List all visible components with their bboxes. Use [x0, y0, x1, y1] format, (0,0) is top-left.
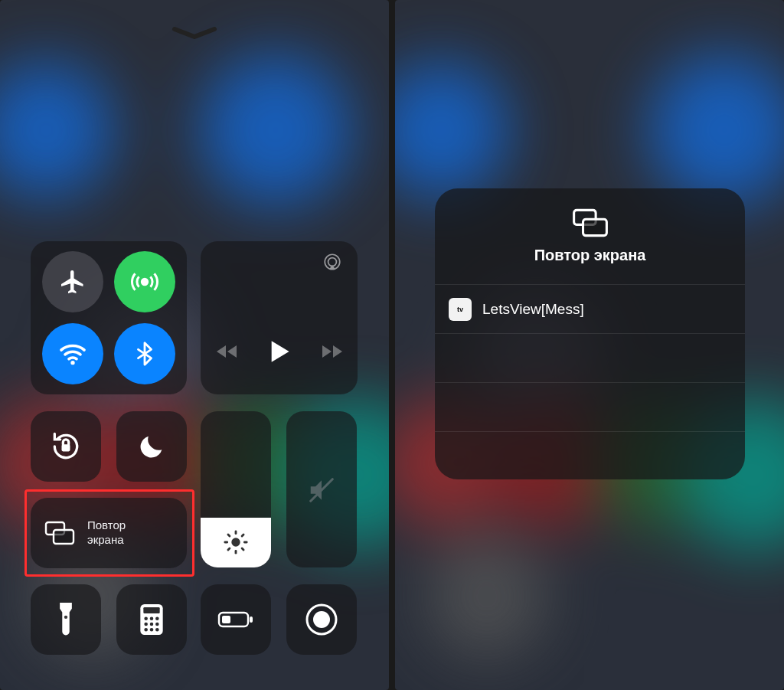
svg-point-23: [144, 623, 148, 626]
svg-line-13: [242, 548, 243, 550]
svg-point-27: [150, 628, 154, 632]
svg-point-22: [155, 616, 159, 620]
battery-icon: [217, 610, 254, 630]
svg-point-28: [155, 628, 159, 632]
svg-line-12: [228, 535, 230, 536]
screen-mirroring-label: Повтор экрана: [87, 518, 126, 548]
device-name: LetsView[Mess]: [482, 301, 584, 318]
calculator-icon: [140, 604, 163, 635]
screen-record-button[interactable]: [286, 584, 357, 655]
apple-tv-icon: tv: [449, 298, 472, 321]
svg-point-33: [313, 611, 330, 628]
device-row-empty: [435, 431, 745, 479]
bluetooth-button[interactable]: [114, 323, 175, 384]
brightness-slider[interactable]: [201, 411, 271, 567]
svg-rect-31: [222, 616, 230, 623]
cellular-icon: [129, 267, 160, 297]
play-button[interactable]: [269, 339, 290, 364]
rotation-lock-icon: [49, 430, 83, 463]
airplane-icon: [59, 268, 87, 296]
svg-point-24: [150, 623, 154, 626]
flashlight-button[interactable]: [31, 584, 101, 655]
svg-point-1: [70, 361, 74, 365]
device-row[interactable]: tv LetsView[Mess]: [435, 284, 745, 333]
airplane-mode-button[interactable]: [42, 251, 103, 312]
low-power-mode-button[interactable]: [201, 584, 271, 655]
svg-point-20: [144, 616, 148, 620]
screen-mirroring-sheet: Повтор экрана tv LetsView[Mess]: [435, 188, 745, 479]
screen-mirroring-button[interactable]: Повтор экрана: [31, 498, 187, 568]
svg-point-7: [231, 538, 240, 547]
cellular-data-button[interactable]: [114, 251, 175, 312]
flashlight-icon: [57, 603, 74, 636]
svg-point-26: [144, 628, 148, 632]
svg-point-3: [328, 258, 337, 267]
bluetooth-icon: [132, 341, 158, 367]
svg-point-17: [64, 616, 67, 619]
control-center: Повтор экрана: [0, 0, 389, 690]
svg-point-21: [150, 616, 154, 620]
svg-rect-6: [54, 530, 74, 544]
volume-slider[interactable]: [286, 411, 357, 567]
wifi-icon: [57, 338, 88, 369]
phone-right: Повтор экрана tv LetsView[Mess]: [395, 0, 784, 690]
wifi-button[interactable]: [42, 323, 103, 384]
rewind-button[interactable]: [215, 342, 238, 361]
device-row-empty: [435, 382, 745, 431]
screen-mirroring-icon: [44, 521, 75, 545]
svg-line-14: [228, 548, 230, 550]
moon-icon: [136, 431, 167, 462]
phone-left: Повтор экрана: [0, 0, 389, 690]
calculator-button[interactable]: [116, 584, 187, 655]
svg-rect-19: [143, 607, 159, 613]
volume-mute-icon: [307, 476, 336, 505]
media-panel[interactable]: [201, 241, 358, 394]
screen-mirroring-icon: [572, 208, 609, 237]
connectivity-panel[interactable]: [31, 241, 187, 394]
record-icon: [305, 603, 338, 636]
device-list: tv LetsView[Mess]: [435, 284, 745, 479]
svg-rect-30: [250, 616, 253, 623]
svg-point-25: [155, 623, 159, 626]
rotation-lock-button[interactable]: [31, 411, 101, 482]
fast-forward-button[interactable]: [321, 342, 344, 361]
device-row-empty: [435, 333, 745, 382]
svg-line-15: [242, 535, 243, 536]
sheet-title: Повтор экрана: [534, 247, 646, 264]
svg-point-0: [142, 279, 147, 284]
svg-rect-35: [583, 219, 606, 235]
airplay-audio-icon[interactable]: [322, 252, 342, 272]
dismiss-chevron-icon[interactable]: [172, 26, 217, 40]
do-not-disturb-button[interactable]: [116, 411, 187, 482]
brightness-icon: [223, 529, 249, 555]
